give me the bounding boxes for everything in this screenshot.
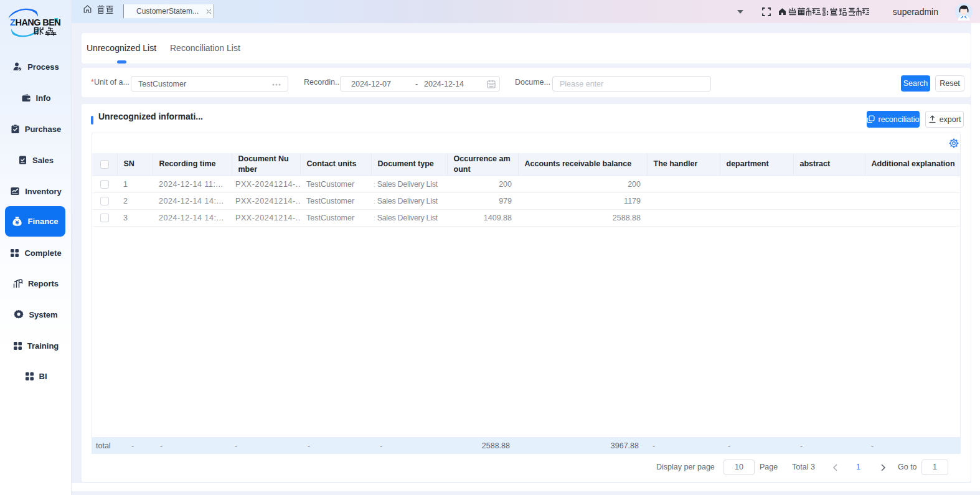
svg-text:HANG BEN: HANG BEN	[16, 17, 61, 27]
svg-text:Z: Z	[10, 17, 16, 27]
